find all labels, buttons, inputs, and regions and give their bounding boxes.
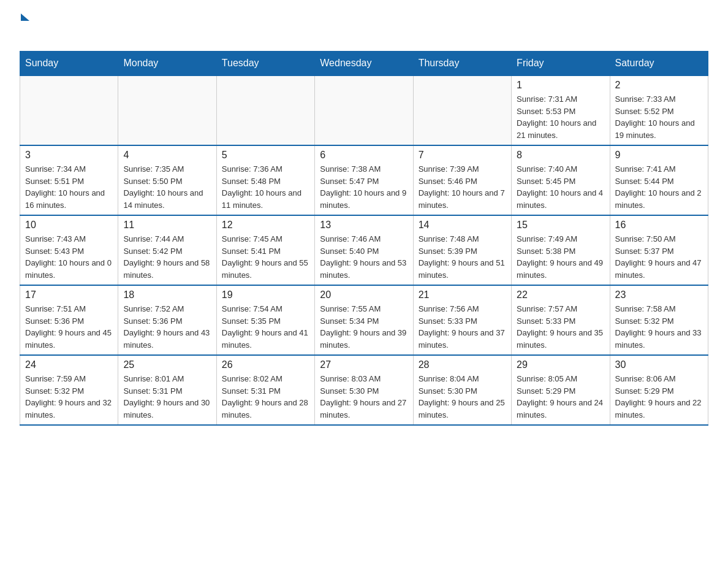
day-info: Sunrise: 7:52 AMSunset: 5:36 PMDaylight:…	[123, 303, 211, 351]
day-info: Sunrise: 7:57 AMSunset: 5:33 PMDaylight:…	[517, 303, 604, 351]
calendar-header-row: SundayMondayTuesdayWednesdayThursdayFrid…	[20, 52, 708, 76]
day-number: 25	[123, 359, 211, 370]
calendar-cell: 7Sunrise: 7:39 AMSunset: 5:46 PMDaylight…	[413, 145, 511, 215]
calendar-cell	[315, 75, 413, 145]
calendar-cell: 30Sunrise: 8:06 AMSunset: 5:29 PMDayligh…	[610, 355, 708, 425]
day-number: 8	[517, 150, 604, 161]
day-number: 28	[419, 359, 506, 370]
day-number: 20	[320, 289, 408, 301]
day-info: Sunrise: 7:31 AMSunset: 5:53 PMDaylight:…	[517, 93, 604, 141]
day-number: 12	[222, 220, 309, 231]
day-info: Sunrise: 7:56 AMSunset: 5:33 PMDaylight:…	[419, 303, 506, 351]
calendar-cell: 25Sunrise: 8:01 AMSunset: 5:31 PMDayligh…	[118, 355, 216, 425]
calendar-week-row: 10Sunrise: 7:43 AMSunset: 5:43 PMDayligh…	[20, 215, 708, 285]
day-info: Sunrise: 7:49 AMSunset: 5:38 PMDaylight:…	[517, 233, 604, 281]
day-info: Sunrise: 7:48 AMSunset: 5:39 PMDaylight:…	[419, 233, 506, 281]
calendar-cell: 13Sunrise: 7:46 AMSunset: 5:40 PMDayligh…	[315, 215, 413, 285]
calendar-cell: 15Sunrise: 7:49 AMSunset: 5:38 PMDayligh…	[512, 215, 610, 285]
day-number: 14	[419, 220, 506, 231]
day-info: Sunrise: 7:50 AMSunset: 5:37 PMDaylight:…	[615, 233, 703, 281]
calendar-cell: 16Sunrise: 7:50 AMSunset: 5:37 PMDayligh…	[610, 215, 708, 285]
calendar-cell: 11Sunrise: 7:44 AMSunset: 5:42 PMDayligh…	[118, 215, 216, 285]
calendar-cell	[118, 75, 216, 145]
day-number: 5	[222, 150, 309, 161]
calendar-cell: 17Sunrise: 7:51 AMSunset: 5:36 PMDayligh…	[20, 285, 118, 355]
day-number: 10	[25, 220, 113, 231]
calendar-week-row: 1Sunrise: 7:31 AMSunset: 5:53 PMDaylight…	[20, 75, 708, 145]
day-number: 23	[615, 289, 703, 301]
calendar-cell: 28Sunrise: 8:04 AMSunset: 5:30 PMDayligh…	[413, 355, 511, 425]
day-number: 9	[615, 150, 703, 161]
calendar-cell: 22Sunrise: 7:57 AMSunset: 5:33 PMDayligh…	[512, 285, 610, 355]
calendar-header-friday: Friday	[512, 52, 610, 76]
calendar-cell: 10Sunrise: 7:43 AMSunset: 5:43 PMDayligh…	[20, 215, 118, 285]
calendar-header-sunday: Sunday	[20, 52, 118, 76]
day-info: Sunrise: 8:01 AMSunset: 5:31 PMDaylight:…	[123, 373, 211, 421]
calendar-cell: 4Sunrise: 7:35 AMSunset: 5:50 PMDaylight…	[118, 145, 216, 215]
calendar-cell	[216, 75, 314, 145]
day-info: Sunrise: 7:38 AMSunset: 5:47 PMDaylight:…	[320, 163, 408, 211]
calendar-header-monday: Monday	[118, 52, 216, 76]
calendar-cell: 5Sunrise: 7:36 AMSunset: 5:48 PMDaylight…	[216, 145, 314, 215]
day-info: Sunrise: 7:36 AMSunset: 5:48 PMDaylight:…	[222, 163, 309, 211]
day-number: 4	[123, 150, 211, 161]
day-info: Sunrise: 7:34 AMSunset: 5:51 PMDaylight:…	[25, 163, 113, 211]
day-number: 6	[320, 150, 408, 161]
calendar-cell	[413, 75, 511, 145]
calendar-cell: 1Sunrise: 7:31 AMSunset: 5:53 PMDaylight…	[512, 75, 610, 145]
day-number: 17	[25, 289, 113, 301]
calendar-cell: 21Sunrise: 7:56 AMSunset: 5:33 PMDayligh…	[413, 285, 511, 355]
calendar-cell: 2Sunrise: 7:33 AMSunset: 5:52 PMDaylight…	[610, 75, 708, 145]
day-info: Sunrise: 8:02 AMSunset: 5:31 PMDaylight:…	[222, 373, 309, 421]
calendar-header-thursday: Thursday	[413, 52, 511, 76]
day-number: 11	[123, 220, 211, 231]
day-info: Sunrise: 8:03 AMSunset: 5:30 PMDaylight:…	[320, 373, 408, 421]
day-info: Sunrise: 7:43 AMSunset: 5:43 PMDaylight:…	[25, 233, 113, 281]
page-header	[20, 15, 708, 44]
day-info: Sunrise: 7:35 AMSunset: 5:50 PMDaylight:…	[123, 163, 211, 211]
calendar-cell	[20, 75, 118, 145]
day-number: 18	[123, 289, 211, 301]
calendar-cell: 12Sunrise: 7:45 AMSunset: 5:41 PMDayligh…	[216, 215, 314, 285]
day-number: 30	[615, 359, 703, 370]
day-number: 29	[517, 359, 604, 370]
calendar-cell: 9Sunrise: 7:41 AMSunset: 5:44 PMDaylight…	[610, 145, 708, 215]
calendar-cell: 18Sunrise: 7:52 AMSunset: 5:36 PMDayligh…	[118, 285, 216, 355]
day-info: Sunrise: 7:40 AMSunset: 5:45 PMDaylight:…	[517, 163, 604, 211]
day-info: Sunrise: 7:59 AMSunset: 5:32 PMDaylight:…	[25, 373, 113, 421]
day-number: 15	[517, 220, 604, 231]
calendar-cell: 27Sunrise: 8:03 AMSunset: 5:30 PMDayligh…	[315, 355, 413, 425]
calendar-cell: 26Sunrise: 8:02 AMSunset: 5:31 PMDayligh…	[216, 355, 314, 425]
day-number: 16	[615, 220, 703, 231]
day-info: Sunrise: 7:54 AMSunset: 5:35 PMDaylight:…	[222, 303, 309, 351]
day-number: 19	[222, 289, 309, 301]
calendar-table: SundayMondayTuesdayWednesdayThursdayFrid…	[20, 51, 708, 426]
day-info: Sunrise: 7:33 AMSunset: 5:52 PMDaylight:…	[615, 93, 703, 141]
day-info: Sunrise: 8:05 AMSunset: 5:29 PMDaylight:…	[517, 373, 604, 421]
logo-arrow-icon	[21, 13, 29, 21]
day-number: 2	[615, 80, 703, 91]
calendar-cell: 6Sunrise: 7:38 AMSunset: 5:47 PMDaylight…	[315, 145, 413, 215]
day-number: 22	[517, 289, 604, 301]
calendar-cell: 8Sunrise: 7:40 AMSunset: 5:45 PMDaylight…	[512, 145, 610, 215]
calendar-week-row: 3Sunrise: 7:34 AMSunset: 5:51 PMDaylight…	[20, 145, 708, 215]
day-info: Sunrise: 7:46 AMSunset: 5:40 PMDaylight:…	[320, 233, 408, 281]
day-number: 21	[419, 289, 506, 301]
day-info: Sunrise: 7:39 AMSunset: 5:46 PMDaylight:…	[419, 163, 506, 211]
day-info: Sunrise: 7:58 AMSunset: 5:32 PMDaylight:…	[615, 303, 703, 351]
calendar-header-tuesday: Tuesday	[216, 52, 314, 76]
calendar-cell: 14Sunrise: 7:48 AMSunset: 5:39 PMDayligh…	[413, 215, 511, 285]
day-info: Sunrise: 7:41 AMSunset: 5:44 PMDaylight:…	[615, 163, 703, 211]
calendar-header-wednesday: Wednesday	[315, 52, 413, 76]
calendar-cell: 19Sunrise: 7:54 AMSunset: 5:35 PMDayligh…	[216, 285, 314, 355]
calendar-header-saturday: Saturday	[610, 52, 708, 76]
day-info: Sunrise: 8:04 AMSunset: 5:30 PMDaylight:…	[419, 373, 506, 421]
day-info: Sunrise: 7:45 AMSunset: 5:41 PMDaylight:…	[222, 233, 309, 281]
day-info: Sunrise: 7:44 AMSunset: 5:42 PMDaylight:…	[123, 233, 211, 281]
calendar-cell: 3Sunrise: 7:34 AMSunset: 5:51 PMDaylight…	[20, 145, 118, 215]
day-number: 26	[222, 359, 309, 370]
day-info: Sunrise: 7:55 AMSunset: 5:34 PMDaylight:…	[320, 303, 408, 351]
calendar-cell: 23Sunrise: 7:58 AMSunset: 5:32 PMDayligh…	[610, 285, 708, 355]
day-number: 13	[320, 220, 408, 231]
calendar-cell: 20Sunrise: 7:55 AMSunset: 5:34 PMDayligh…	[315, 285, 413, 355]
